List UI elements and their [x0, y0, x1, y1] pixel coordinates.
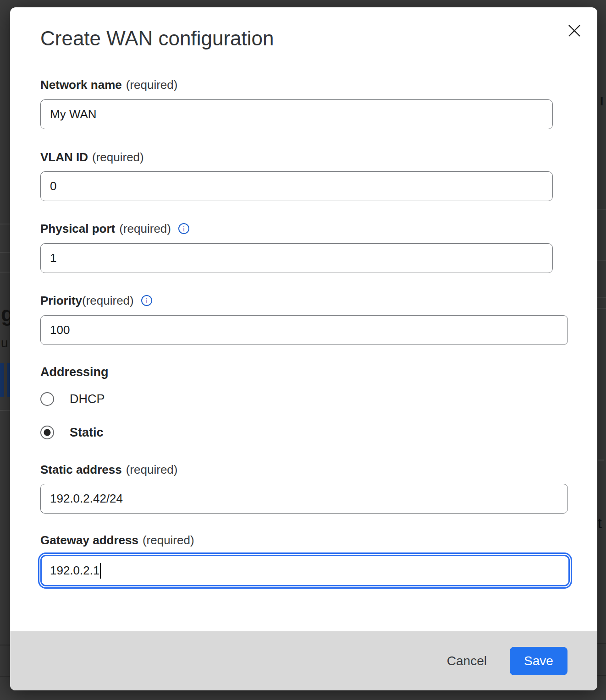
vlan-id-input[interactable]: [40, 171, 553, 201]
background-text-fragment: t: [598, 515, 606, 531]
static-address-input[interactable]: [40, 484, 568, 514]
cancel-button[interactable]: Cancel: [446, 651, 488, 671]
radio-label-dhcp: DHCP: [70, 392, 105, 406]
create-wan-dialog: Create WAN configuration Network name (r…: [10, 7, 597, 690]
priority-label-row: Priority (required) i: [40, 294, 597, 307]
static-address-label-row: Static address (required): [40, 463, 597, 476]
required-hint: (required): [143, 533, 194, 547]
text-caret: [100, 563, 101, 579]
static-address-label: Static address: [40, 463, 122, 476]
background-table-line: [597, 297, 606, 298]
svg-text:i: i: [146, 297, 148, 305]
radio-option-static[interactable]: Static: [40, 426, 597, 439]
gateway-address-label: Gateway address: [40, 533, 138, 547]
background-table-line: [597, 675, 606, 676]
radio-option-dhcp[interactable]: DHCP: [40, 392, 597, 406]
required-hint: (required): [92, 150, 144, 164]
vlan-id-label-row: VLAN ID (required): [40, 150, 597, 164]
close-icon[interactable]: [567, 23, 582, 38]
network-name-label-row: Network name (required): [40, 78, 597, 92]
physical-port-label-row: Physical port (required) i: [40, 222, 597, 235]
background-button-fragment: [0, 363, 4, 397]
priority-input[interactable]: [40, 315, 568, 345]
priority-label: Priority: [40, 294, 82, 307]
dialog-title: Create WAN configuration: [40, 27, 597, 49]
info-icon[interactable]: i: [178, 223, 190, 235]
network-name-label: Network name: [40, 78, 122, 92]
background-table-line: [597, 643, 606, 644]
background-text-fragment: I: [600, 94, 606, 108]
physical-port-input[interactable]: [40, 243, 553, 273]
svg-text:i: i: [183, 225, 185, 233]
required-hint: (required): [126, 78, 178, 92]
background-table-line: [597, 260, 606, 261]
gateway-address-value: 192.0.2.1: [50, 563, 99, 578]
background-table-line: [597, 308, 606, 309]
network-name-input[interactable]: [40, 99, 553, 129]
info-icon[interactable]: i: [141, 295, 153, 306]
background-text-fragment: [598, 459, 604, 461]
required-hint: (required): [119, 222, 171, 236]
required-hint: (required): [82, 294, 134, 308]
physical-port-label: Physical port: [40, 222, 115, 235]
radio-button-unselected[interactable]: [40, 392, 54, 406]
addressing-heading: Addressing: [40, 365, 597, 379]
radio-label-static: Static: [70, 426, 104, 440]
dialog-footer: Cancel Save: [10, 631, 597, 690]
required-hint: (required): [126, 463, 178, 477]
radio-button-selected[interactable]: [40, 426, 54, 439]
close-x-glyph: [567, 24, 581, 38]
background-table-line: [597, 209, 606, 210]
gateway-address-label-row: Gateway address (required): [40, 533, 597, 547]
save-button[interactable]: Save: [510, 647, 567, 675]
vlan-id-label: VLAN ID: [40, 150, 88, 164]
gateway-address-input[interactable]: 192.0.2.1: [40, 555, 570, 586]
